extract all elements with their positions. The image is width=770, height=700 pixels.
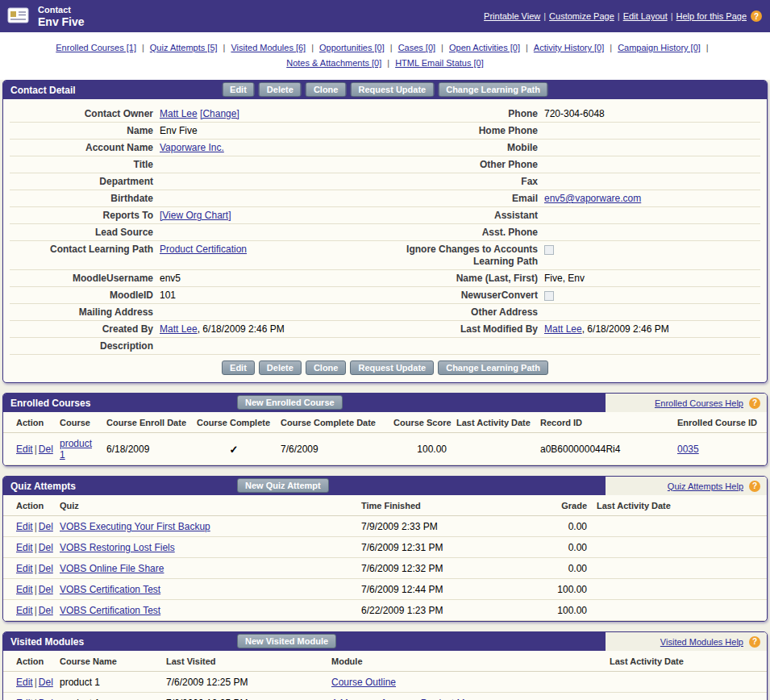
modified-by-link[interactable]: Matt Lee — [544, 323, 582, 335]
delete-button[interactable]: Delete — [259, 360, 302, 375]
new-quiz-attempt-button[interactable]: New Quiz Attempt — [237, 478, 329, 493]
field-label: Home Phone — [376, 123, 541, 140]
table-header-row: Action Course Name Last Visited Module L… — [3, 651, 767, 672]
detail-row: Reports To [View Org Chart] Assistant — [10, 207, 760, 224]
field-label: Reports To — [10, 207, 156, 224]
del-row-link[interactable]: Del — [39, 677, 53, 688]
field-label: NewuserConvert — [376, 287, 541, 304]
del-row-link[interactable]: Del — [39, 444, 53, 455]
field-value — [156, 224, 376, 241]
enrolled-courses-help-link[interactable]: Enrolled Courses Help — [655, 398, 743, 408]
last-visited-cell: 7/6/2009 12:25 PM — [161, 693, 327, 700]
enrolled-course-id-link[interactable]: 0035 — [677, 444, 699, 455]
nav-enrolled-courses[interactable]: Enrolled Courses [1] — [56, 43, 136, 52]
edit-row-link[interactable]: Edit — [16, 584, 33, 595]
action-cell: EditDel — [3, 433, 55, 465]
edit-row-link[interactable]: Edit — [16, 542, 33, 553]
field-label: Department — [10, 173, 156, 190]
edit-row-link[interactable]: Edit — [16, 677, 33, 688]
quiz-link[interactable]: VOBS Online File Share — [60, 563, 164, 574]
nav-quiz-attempts[interactable]: Quiz Attempts [5] — [150, 43, 218, 52]
nav-campaign-history[interactable]: Campaign History [0] — [618, 43, 701, 52]
course-link[interactable]: product 1 — [60, 438, 92, 460]
help-icon[interactable]: ? — [749, 481, 760, 492]
clone-button[interactable]: Clone — [306, 82, 347, 97]
contact-detail-header: Contact Detail Edit Delete Clone Request… — [3, 81, 767, 99]
quiz-link[interactable]: VOBS Certification Test — [60, 584, 160, 595]
quiz-link[interactable]: VOBS Certification Test — [60, 605, 160, 616]
field-value — [156, 304, 376, 321]
last-visited-cell: 7/6/2009 12:25 PM — [161, 672, 327, 693]
nav-visited-modules[interactable]: Visited Modules [6] — [231, 43, 306, 52]
del-row-link[interactable]: Del — [39, 521, 53, 532]
separator — [387, 58, 389, 68]
edit-row-link[interactable]: Edit — [16, 444, 33, 455]
edit-row-link[interactable]: Edit — [16, 563, 33, 574]
nav-html-email-status[interactable]: HTML Email Status [0] — [395, 58, 484, 68]
request-update-button[interactable]: Request Update — [350, 360, 434, 375]
edit-button[interactable]: Edit — [222, 82, 255, 97]
separator — [35, 444, 37, 455]
column-header: Course Name — [55, 651, 161, 672]
module-cell: Course Outline — [327, 672, 605, 693]
complete-date-cell: 7/6/2009 — [276, 433, 389, 465]
request-update-button[interactable]: Request Update — [350, 82, 434, 97]
org-chart-link[interactable]: [View Org Chart] — [160, 210, 231, 221]
quiz-cell: VOBS Restoring Lost Fiels — [55, 537, 356, 558]
change-owner-link[interactable]: [Change] — [200, 108, 239, 119]
change-learning-path-button[interactable]: Change Learning Path — [438, 82, 548, 97]
field-value — [156, 338, 376, 355]
clone-button[interactable]: Clone — [306, 360, 347, 375]
email-link[interactable]: env5@vaporware.com — [544, 193, 641, 204]
help-icon[interactable]: ? — [751, 10, 762, 22]
quiz-attempts-help-link[interactable]: Quiz Attempts Help — [668, 481, 743, 491]
quiz-link[interactable]: VOBS Restoring Lost Fiels — [60, 542, 175, 553]
help-for-page-link[interactable]: Help for this Page — [676, 11, 747, 21]
detail-row: Department Fax — [10, 173, 760, 190]
printable-view-link[interactable]: Printable View — [484, 11, 540, 21]
customize-page-link[interactable]: Customize Page — [549, 11, 614, 21]
module-link[interactable]: Course Outline — [331, 677, 396, 688]
del-row-link[interactable]: Del — [39, 584, 53, 595]
contact-owner-link[interactable]: Matt Lee — [160, 108, 198, 119]
change-learning-path-button[interactable]: Change Learning Path — [438, 360, 548, 375]
column-header: Enrolled Course ID — [672, 412, 767, 433]
nav-opportunities[interactable]: Opportunities [0] — [319, 43, 385, 52]
edit-row-link[interactable]: Edit — [16, 605, 33, 616]
table-row: EditDel product 1 7/6/2009 12:25 PM A Me… — [3, 693, 767, 700]
created-by-link[interactable]: Matt Lee — [160, 323, 198, 335]
separator — [142, 43, 144, 52]
help-icon[interactable]: ? — [749, 636, 760, 648]
del-row-link[interactable]: Del — [39, 563, 53, 574]
column-header: Quiz — [55, 495, 356, 516]
learning-path-link[interactable]: Product Certification — [160, 244, 247, 255]
account-name-link[interactable]: Vaporware Inc. — [160, 142, 224, 153]
new-visited-module-button[interactable]: New Visited Module — [237, 634, 336, 648]
nav-cases[interactable]: Cases [0] — [398, 43, 435, 52]
field-label: Mobile — [376, 140, 541, 156]
detail-row: MoodleUsername env5 Name (Last, First) F… — [10, 270, 760, 287]
field-label: Asst. Phone — [376, 224, 541, 241]
del-row-link[interactable]: Del — [39, 605, 53, 616]
nav-open-activities[interactable]: Open Activities [0] — [449, 43, 520, 52]
edit-row-link[interactable]: Edit — [16, 521, 33, 532]
nav-notes-attachments[interactable]: Notes & Attachments [0] — [286, 58, 381, 68]
nav-activity-history[interactable]: Activity History [0] — [534, 43, 604, 52]
detail-row: Contact Owner Matt Lee [Change] Phone 72… — [10, 106, 760, 123]
quiz-link[interactable]: VOBS Executing Your First Backup — [60, 521, 210, 532]
visited-modules-help-link[interactable]: Visited Modules Help — [660, 637, 743, 647]
edit-button[interactable]: Edit — [222, 360, 255, 375]
new-enrolled-course-button[interactable]: New Enrolled Course — [237, 395, 343, 410]
help-icon[interactable]: ? — [749, 398, 760, 409]
del-row-link[interactable]: Del — [39, 542, 53, 553]
grade-cell: 100.00 — [542, 600, 592, 621]
action-cell: EditDel — [3, 672, 55, 693]
edit-layout-link[interactable]: Edit Layout — [623, 11, 668, 21]
score-cell: 100.00 — [389, 433, 452, 465]
course-complete-cell: ✓ — [192, 433, 276, 465]
detail-row: Lead Source Asst. Phone — [10, 224, 760, 241]
delete-button[interactable]: Delete — [259, 82, 302, 97]
separator — [390, 43, 393, 52]
detail-bottom-buttons: Edit Delete Clone Request Update Change … — [10, 355, 760, 382]
field-value: Matt Lee [Change] — [156, 106, 376, 123]
